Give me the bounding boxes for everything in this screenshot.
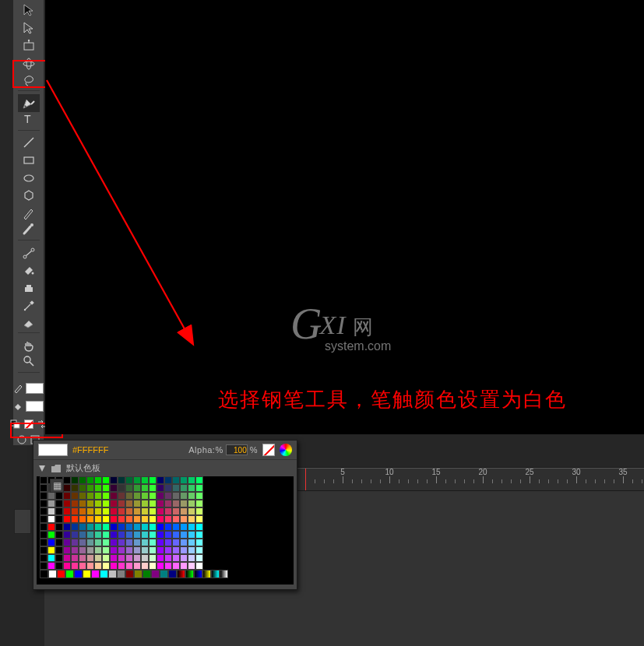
color-swatch[interactable] bbox=[48, 570, 57, 578]
color-swatch[interactable] bbox=[157, 476, 164, 484]
color-swatch[interactable] bbox=[118, 476, 125, 484]
color-swatch[interactable] bbox=[57, 570, 65, 578]
color-swatch[interactable] bbox=[195, 523, 203, 531]
3d-rotation-tool-icon[interactable] bbox=[18, 54, 40, 72]
color-swatch[interactable] bbox=[79, 507, 86, 515]
color-swatch[interactable] bbox=[125, 515, 133, 523]
color-swatch[interactable] bbox=[71, 562, 79, 570]
color-swatch[interactable] bbox=[110, 539, 118, 546]
color-swatch[interactable] bbox=[172, 539, 180, 546]
color-swatch[interactable] bbox=[157, 554, 164, 562]
color-swatch[interactable] bbox=[157, 507, 164, 515]
gradient-swatch[interactable] bbox=[185, 570, 194, 578]
color-swatch[interactable] bbox=[133, 562, 141, 570]
alpha-input[interactable] bbox=[226, 444, 248, 455]
playhead[interactable] bbox=[305, 469, 306, 491]
paint-bucket-tool-icon[interactable] bbox=[18, 262, 40, 279]
color-swatch[interactable] bbox=[160, 570, 168, 578]
color-swatch[interactable] bbox=[110, 515, 118, 523]
color-swatch[interactable] bbox=[134, 570, 143, 578]
color-swatch[interactable] bbox=[180, 554, 188, 562]
subselection-tool-icon[interactable] bbox=[18, 19, 40, 37]
color-swatch[interactable] bbox=[63, 554, 71, 562]
color-swatch[interactable] bbox=[86, 546, 94, 554]
color-swatch[interactable] bbox=[149, 531, 157, 539]
color-swatch[interactable] bbox=[63, 507, 71, 515]
color-swatch[interactable] bbox=[83, 570, 91, 578]
color-swatch[interactable] bbox=[91, 570, 100, 578]
color-swatch[interactable] bbox=[94, 539, 102, 546]
color-swatch[interactable] bbox=[149, 515, 157, 523]
color-swatch[interactable] bbox=[188, 523, 195, 531]
color-swatch[interactable] bbox=[133, 492, 141, 500]
color-swatch[interactable] bbox=[118, 500, 125, 507]
selection-tool-icon[interactable] bbox=[18, 2, 40, 19]
color-swatch[interactable] bbox=[48, 515, 55, 523]
color-swatch[interactable] bbox=[180, 515, 188, 523]
color-swatch[interactable] bbox=[141, 562, 149, 570]
color-swatch[interactable] bbox=[48, 523, 55, 531]
color-swatch[interactable] bbox=[157, 523, 164, 531]
color-swatch[interactable] bbox=[180, 531, 188, 539]
color-swatch[interactable] bbox=[40, 562, 48, 570]
color-swatch[interactable] bbox=[141, 500, 149, 507]
color-swatch[interactable] bbox=[125, 507, 133, 515]
color-swatch[interactable] bbox=[188, 554, 195, 562]
color-swatch[interactable] bbox=[118, 546, 125, 554]
color-swatch[interactable] bbox=[164, 562, 172, 570]
bone-tool-icon[interactable] bbox=[18, 244, 40, 262]
color-swatch[interactable] bbox=[172, 500, 180, 507]
color-swatch[interactable] bbox=[79, 500, 86, 507]
color-swatch[interactable] bbox=[48, 554, 55, 562]
color-swatch[interactable] bbox=[195, 476, 203, 484]
color-swatch[interactable] bbox=[195, 562, 203, 570]
color-swatch[interactable] bbox=[55, 531, 63, 539]
color-swatch[interactable] bbox=[94, 523, 102, 531]
color-swatch[interactable] bbox=[118, 507, 125, 515]
polystar-tool-icon[interactable] bbox=[18, 187, 40, 205]
color-swatch[interactable] bbox=[157, 546, 164, 554]
color-swatch[interactable] bbox=[79, 492, 86, 500]
color-swatch[interactable] bbox=[157, 500, 164, 507]
color-swatch[interactable] bbox=[63, 531, 71, 539]
color-swatch[interactable] bbox=[188, 476, 195, 484]
color-swatch[interactable] bbox=[125, 484, 133, 492]
color-swatch[interactable] bbox=[71, 484, 79, 492]
color-swatch[interactable] bbox=[63, 546, 71, 554]
color-swatch[interactable] bbox=[188, 546, 195, 554]
color-swatch[interactable] bbox=[157, 484, 164, 492]
color-swatch[interactable] bbox=[141, 546, 149, 554]
color-swatch[interactable] bbox=[133, 523, 141, 531]
color-swatch[interactable] bbox=[102, 476, 110, 484]
color-swatch[interactable] bbox=[79, 539, 86, 546]
color-swatch[interactable] bbox=[149, 523, 157, 531]
free-transform-tool-icon[interactable] bbox=[18, 37, 40, 55]
color-swatch[interactable] bbox=[55, 546, 63, 554]
color-swatch[interactable] bbox=[164, 523, 172, 531]
color-swatch[interactable] bbox=[149, 476, 157, 484]
color-swatch[interactable] bbox=[180, 476, 188, 484]
gradient-swatch[interactable] bbox=[177, 570, 185, 578]
color-swatch[interactable] bbox=[195, 531, 203, 539]
color-swatch[interactable] bbox=[55, 500, 63, 507]
color-swatch[interactable] bbox=[188, 492, 195, 500]
color-swatch[interactable] bbox=[157, 515, 164, 523]
zoom-tool-icon[interactable] bbox=[18, 354, 40, 373]
color-swatch[interactable] bbox=[172, 531, 180, 539]
color-swatch[interactable] bbox=[180, 523, 188, 531]
text-tool-icon[interactable]: T bbox=[18, 112, 40, 131]
panel-tab-icon[interactable] bbox=[14, 509, 31, 534]
color-swatch[interactable] bbox=[141, 515, 149, 523]
color-swatch[interactable] bbox=[172, 515, 180, 523]
rectangle-tool-icon[interactable] bbox=[18, 151, 40, 169]
color-swatch[interactable] bbox=[79, 476, 86, 484]
color-swatch[interactable] bbox=[79, 515, 86, 523]
color-swatch[interactable] bbox=[180, 539, 188, 546]
color-swatch[interactable] bbox=[79, 523, 86, 531]
color-swatch[interactable] bbox=[63, 562, 71, 570]
color-swatch[interactable] bbox=[172, 523, 180, 531]
object-drawing-icon[interactable] bbox=[16, 434, 27, 445]
eraser-tool-icon[interactable] bbox=[18, 315, 40, 334]
color-swatch[interactable] bbox=[149, 539, 157, 546]
color-swatch[interactable] bbox=[125, 500, 133, 507]
